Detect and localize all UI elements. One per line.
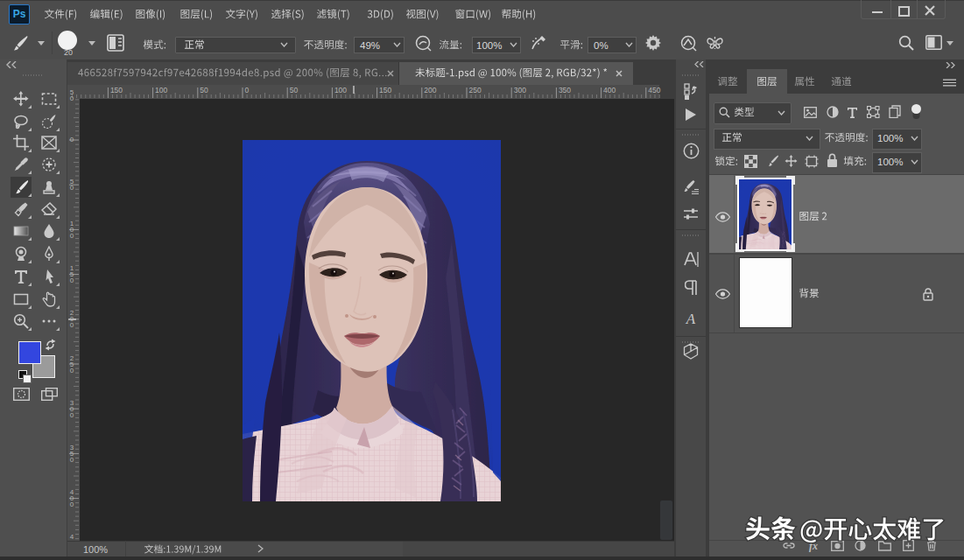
svg-text:A: A: [686, 311, 696, 327]
